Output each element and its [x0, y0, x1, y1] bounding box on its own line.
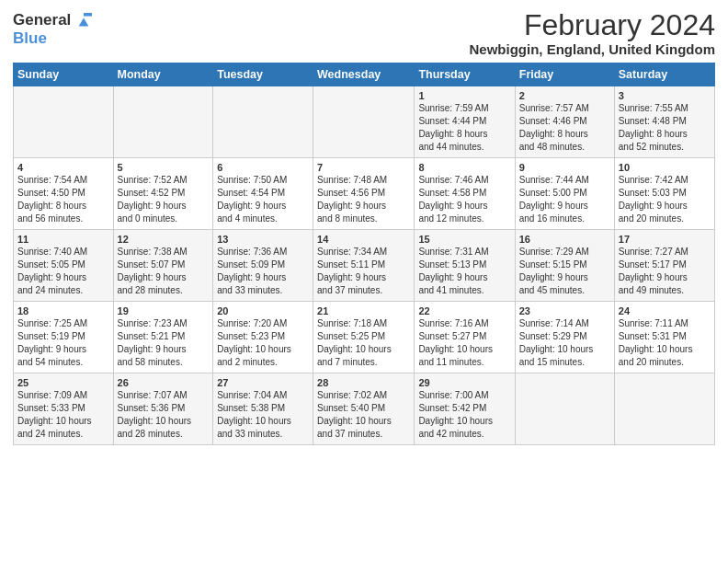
day-number: 6 [217, 162, 309, 173]
day-number: 14 [317, 234, 410, 245]
day-number: 28 [317, 377, 410, 388]
day-number: 23 [519, 305, 610, 316]
title-block: February 2024 Newbiggin, England, United… [470, 9, 715, 57]
calendar-cell: 11Sunrise: 7:40 AM Sunset: 5:05 PM Dayli… [14, 230, 114, 302]
day-number: 7 [317, 162, 410, 173]
day-info: Sunrise: 7:42 AM Sunset: 5:03 PM Dayligh… [619, 174, 711, 225]
day-info: Sunrise: 7:11 AM Sunset: 5:31 PM Dayligh… [619, 317, 711, 369]
calendar-cell: 4Sunrise: 7:54 AM Sunset: 4:50 PM Daylig… [14, 158, 114, 230]
header-row: SundayMondayTuesdayWednesdayThursdayFrid… [14, 63, 715, 86]
logo-line1: General [13, 11, 92, 29]
header-cell-wednesday: Wednesday [313, 63, 415, 86]
day-info: Sunrise: 7:55 AM Sunset: 4:48 PM Dayligh… [619, 102, 711, 154]
header-cell-sunday: Sunday [14, 63, 114, 86]
calendar-cell: 7Sunrise: 7:48 AM Sunset: 4:56 PM Daylig… [313, 158, 415, 230]
header-cell-tuesday: Tuesday [213, 63, 313, 86]
day-info: Sunrise: 7:20 AM Sunset: 5:23 PM Dayligh… [217, 317, 309, 369]
day-info: Sunrise: 7:44 AM Sunset: 5:00 PM Dayligh… [519, 174, 610, 225]
calendar-cell: 3Sunrise: 7:55 AM Sunset: 4:48 PM Daylig… [614, 86, 714, 158]
calendar-week-1: 1Sunrise: 7:59 AM Sunset: 4:44 PM Daylig… [14, 86, 715, 158]
day-number: 1 [418, 90, 510, 101]
day-info: Sunrise: 7:31 AM Sunset: 5:13 PM Dayligh… [418, 246, 510, 297]
day-number: 5 [118, 162, 210, 173]
day-info: Sunrise: 7:34 AM Sunset: 5:11 PM Dayligh… [317, 246, 410, 297]
calendar-cell: 23Sunrise: 7:14 AM Sunset: 5:29 PM Dayli… [515, 302, 614, 373]
day-number: 2 [519, 90, 610, 101]
day-info: Sunrise: 7:04 AM Sunset: 5:38 PM Dayligh… [217, 389, 309, 441]
calendar-cell: 15Sunrise: 7:31 AM Sunset: 5:13 PM Dayli… [415, 230, 515, 302]
calendar-cell: 19Sunrise: 7:23 AM Sunset: 5:21 PM Dayli… [113, 302, 213, 373]
calendar-body: 1Sunrise: 7:59 AM Sunset: 4:44 PM Daylig… [14, 86, 715, 445]
day-info: Sunrise: 7:59 AM Sunset: 4:44 PM Dayligh… [418, 102, 510, 154]
calendar-week-3: 11Sunrise: 7:40 AM Sunset: 5:05 PM Dayli… [14, 230, 715, 302]
calendar-cell: 12Sunrise: 7:38 AM Sunset: 5:07 PM Dayli… [113, 230, 213, 302]
calendar-cell: 10Sunrise: 7:42 AM Sunset: 5:03 PM Dayli… [614, 158, 714, 230]
calendar-cell: 16Sunrise: 7:29 AM Sunset: 5:15 PM Dayli… [515, 230, 614, 302]
day-number: 22 [418, 305, 510, 316]
calendar-week-2: 4Sunrise: 7:54 AM Sunset: 4:50 PM Daylig… [14, 158, 715, 230]
calendar-cell: 22Sunrise: 7:16 AM Sunset: 5:27 PM Dayli… [415, 302, 515, 373]
calendar-cell: 6Sunrise: 7:50 AM Sunset: 4:54 PM Daylig… [213, 158, 313, 230]
calendar-cell: 17Sunrise: 7:27 AM Sunset: 5:17 PM Dayli… [614, 230, 714, 302]
calendar-cell: 21Sunrise: 7:18 AM Sunset: 5:25 PM Dayli… [313, 302, 415, 373]
day-number: 17 [619, 234, 711, 245]
calendar-cell: 29Sunrise: 7:00 AM Sunset: 5:42 PM Dayli… [415, 373, 515, 445]
header-cell-saturday: Saturday [614, 63, 714, 86]
calendar-cell [213, 86, 313, 158]
day-info: Sunrise: 7:02 AM Sunset: 5:40 PM Dayligh… [317, 389, 410, 441]
day-info: Sunrise: 7:16 AM Sunset: 5:27 PM Dayligh… [418, 317, 510, 369]
logo-line2: Blue [13, 29, 92, 48]
header-cell-friday: Friday [515, 63, 614, 86]
calendar-cell: 5Sunrise: 7:52 AM Sunset: 4:52 PM Daylig… [113, 158, 213, 230]
calendar-cell [14, 86, 114, 158]
day-number: 13 [217, 234, 309, 245]
calendar-cell: 27Sunrise: 7:04 AM Sunset: 5:38 PM Dayli… [213, 373, 313, 445]
day-number: 25 [17, 377, 109, 388]
day-number: 18 [17, 305, 109, 316]
day-info: Sunrise: 7:40 AM Sunset: 5:05 PM Dayligh… [17, 246, 109, 297]
calendar-cell: 26Sunrise: 7:07 AM Sunset: 5:36 PM Dayli… [113, 373, 213, 445]
day-number: 10 [619, 162, 711, 173]
day-info: Sunrise: 7:38 AM Sunset: 5:07 PM Dayligh… [118, 246, 210, 297]
calendar-cell: 9Sunrise: 7:44 AM Sunset: 5:00 PM Daylig… [515, 158, 614, 230]
day-info: Sunrise: 7:36 AM Sunset: 5:09 PM Dayligh… [217, 246, 309, 297]
calendar-cell [313, 86, 415, 158]
day-number: 16 [519, 234, 610, 245]
day-number: 8 [418, 162, 510, 173]
day-info: Sunrise: 7:07 AM Sunset: 5:36 PM Dayligh… [118, 389, 210, 441]
day-number: 11 [17, 234, 109, 245]
calendar-cell: 1Sunrise: 7:59 AM Sunset: 4:44 PM Daylig… [415, 86, 515, 158]
day-info: Sunrise: 7:46 AM Sunset: 4:58 PM Dayligh… [418, 174, 510, 225]
svg-marker-0 [79, 17, 89, 26]
day-number: 27 [217, 377, 309, 388]
calendar-cell: 24Sunrise: 7:11 AM Sunset: 5:31 PM Dayli… [614, 302, 714, 373]
day-info: Sunrise: 7:00 AM Sunset: 5:42 PM Dayligh… [418, 389, 510, 441]
day-info: Sunrise: 7:50 AM Sunset: 4:54 PM Dayligh… [217, 174, 309, 225]
day-number: 9 [519, 162, 610, 173]
day-info: Sunrise: 7:54 AM Sunset: 4:50 PM Dayligh… [17, 174, 109, 225]
day-info: Sunrise: 7:29 AM Sunset: 5:15 PM Dayligh… [519, 246, 610, 297]
svg-marker-1 [84, 13, 92, 17]
calendar-cell: 14Sunrise: 7:34 AM Sunset: 5:11 PM Dayli… [313, 230, 415, 302]
day-info: Sunrise: 7:09 AM Sunset: 5:33 PM Dayligh… [17, 389, 109, 441]
day-number: 3 [619, 90, 711, 101]
calendar-cell: 20Sunrise: 7:20 AM Sunset: 5:23 PM Dayli… [213, 302, 313, 373]
calendar-cell: 8Sunrise: 7:46 AM Sunset: 4:58 PM Daylig… [415, 158, 515, 230]
day-number: 29 [418, 377, 510, 388]
sub-title: Newbiggin, England, United Kingdom [470, 41, 715, 57]
day-number: 4 [17, 162, 109, 173]
page: General Blue February 2024 Newbiggin, En… [0, 0, 728, 454]
day-info: Sunrise: 7:23 AM Sunset: 5:21 PM Dayligh… [118, 317, 210, 369]
main-title: February 2024 [470, 9, 715, 41]
day-info: Sunrise: 7:48 AM Sunset: 4:56 PM Dayligh… [317, 174, 410, 225]
day-info: Sunrise: 7:27 AM Sunset: 5:17 PM Dayligh… [619, 246, 711, 297]
day-info: Sunrise: 7:18 AM Sunset: 5:25 PM Dayligh… [317, 317, 410, 369]
day-number: 26 [118, 377, 210, 388]
header-cell-monday: Monday [113, 63, 213, 86]
day-info: Sunrise: 7:25 AM Sunset: 5:19 PM Dayligh… [17, 317, 109, 369]
calendar-cell: 28Sunrise: 7:02 AM Sunset: 5:40 PM Dayli… [313, 373, 415, 445]
calendar-cell: 2Sunrise: 7:57 AM Sunset: 4:46 PM Daylig… [515, 86, 614, 158]
header: General Blue February 2024 Newbiggin, En… [13, 9, 715, 57]
calendar-header: SundayMondayTuesdayWednesdayThursdayFrid… [14, 63, 715, 86]
calendar-week-4: 18Sunrise: 7:25 AM Sunset: 5:19 PM Dayli… [14, 302, 715, 373]
